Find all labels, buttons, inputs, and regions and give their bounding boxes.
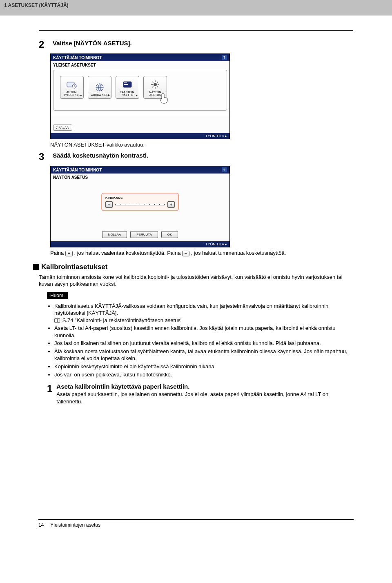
note-item: Kopioinnin keskeytystoiminto ei ole käyt…	[54, 363, 353, 370]
help-icon[interactable]: ?	[222, 167, 227, 172]
contrast-scale	[115, 204, 165, 205]
section-heading: Kalibrointiasetukset	[33, 263, 353, 271]
chevron-down-icon: ▸	[80, 94, 82, 98]
note-item: Jos lasi on likainen tai siihen on juutt…	[54, 340, 353, 347]
help-icon[interactable]: ?	[222, 55, 227, 60]
titlebar-text: KÄYTTÄJÄN TOIMINNOT	[53, 56, 102, 60]
step-3: 3 Säädä kosketusnäytön kontrasti.	[39, 151, 353, 162]
autom-tyhjennys-button[interactable]: AUTOM. TYHJENNYS ▸	[60, 76, 84, 99]
palaa-button[interactable]: ⤴ PALAA	[53, 125, 72, 131]
peruuta-button[interactable]: PERUUTA	[130, 231, 158, 238]
svg-point-8	[154, 83, 157, 86]
contrast-plus-button[interactable]: +	[167, 201, 175, 208]
reverse-display-icon	[121, 80, 134, 89]
square-bullet-icon	[33, 264, 39, 270]
svg-rect-6	[124, 82, 127, 83]
step-title: Aseta kalibrointiin käytettävä paperi ka…	[56, 383, 353, 390]
device-statusbar: TYÖN TILA ▸	[51, 241, 229, 247]
step-number: 3	[39, 151, 48, 162]
kalib-step-1: 1 Aseta kalibrointiin käytettävä paperi …	[47, 383, 353, 405]
footer-section: Yleistoimintojen asetus	[50, 522, 100, 528]
step-subtext: Aseta paperi suurkasettiin, jos sellaine…	[56, 391, 353, 405]
globe-icon	[94, 83, 106, 92]
ok-button[interactable]: OK	[161, 231, 178, 238]
kaantein-naytto-button[interactable]: KÄÄNTEIN. NÄYTTÖ ▸	[116, 76, 139, 99]
device-statusbar: TYÖN TILA ▸	[51, 133, 229, 139]
contrast-control: KIRKKAUS − +	[101, 193, 179, 211]
vaihda-kieli-button[interactable]: VAIHDA KIELI ▸	[88, 76, 111, 99]
contrast-title: KIRKKAUS	[105, 196, 175, 200]
book-icon	[54, 318, 60, 323]
chevron-down-icon: ▸	[136, 94, 138, 98]
device-subtitle: YLEISET ASETUKSET	[51, 61, 229, 68]
page-number: 14	[38, 522, 44, 528]
device-subtitle: NÄYTÖN ASETUS	[51, 174, 229, 180]
step-title: Säädä kosketusnäytön kontrasti.	[53, 151, 148, 159]
note-item: Jos väri on usein poikkeava, kutsu huolt…	[54, 371, 353, 378]
page-header: 1 ASETUKSET (KÄYTTÄJÄ)	[0, 0, 392, 16]
minus-key-icon: −	[182, 251, 189, 256]
svg-line-16	[157, 82, 158, 83]
svg-line-15	[152, 86, 154, 87]
step-number: 1	[47, 383, 52, 394]
clock-icon	[66, 80, 78, 89]
brightness-icon	[149, 80, 161, 89]
step-2: 2 Valitse [NÄYTÖN ASETUS].	[39, 39, 353, 50]
press-instruction: Paina + , jos haluat vaalentaa kosketusn…	[50, 250, 353, 256]
device-screenshot-2: KÄYTTÄJÄN TOIMINNOT ? NÄYTÖN ASETUS KIRK…	[50, 166, 230, 247]
chevron-down-icon: ▸	[108, 94, 110, 98]
section-title: Kalibrointiasetukset	[41, 263, 108, 271]
step-title: Valitse [NÄYTÖN ASETUS].	[53, 39, 132, 47]
device-panel: AUTOM. TYHJENNYS ▸ VAIHDA KIELI ▸	[53, 70, 227, 111]
titlebar-text: KÄYTTÄJÄN TOIMINNOT	[53, 168, 102, 172]
step2-result: NÄYTÖN ASETUKSET-valikko avautuu.	[50, 142, 353, 148]
svg-line-13	[152, 82, 154, 83]
page-footer: 14 Yleistoimintojen asetus	[38, 519, 354, 528]
device-titlebar: KÄYTTÄJÄN TOIMINNOT ?	[51, 166, 229, 174]
svg-rect-7	[124, 84, 128, 85]
note-item: Kalibrointiasetus KÄYTTÄJÄ-valikossa voi…	[54, 303, 353, 324]
step-number: 2	[39, 39, 48, 50]
nayton-asetus-button[interactable]: NÄYTÖN ASETUS	[143, 76, 167, 99]
section-intro: Tämän toiminnon ansiosta kone voi kalibr…	[39, 274, 353, 288]
note-item: Älä koskaan nosta valotustason tai syött…	[54, 348, 353, 362]
plus-key-icon: +	[65, 251, 73, 256]
contrast-minus-button[interactable]: −	[105, 201, 113, 208]
svg-line-14	[157, 86, 158, 87]
nollaa-button[interactable]: NOLLAA	[102, 231, 127, 238]
note-item: Aseta LT- tai A4-paperi (suositus) kaset…	[54, 325, 353, 339]
device-titlebar: KÄYTTÄJÄN TOIMINNOT ?	[51, 54, 229, 61]
device-screenshot-1: KÄYTTÄJÄN TOIMINNOT ? YLEISET ASETUKSET …	[50, 53, 230, 139]
note-list: Kalibrointiasetus KÄYTTÄJÄ-valikossa voi…	[47, 303, 353, 378]
huom-badge: Huom.	[47, 292, 68, 299]
